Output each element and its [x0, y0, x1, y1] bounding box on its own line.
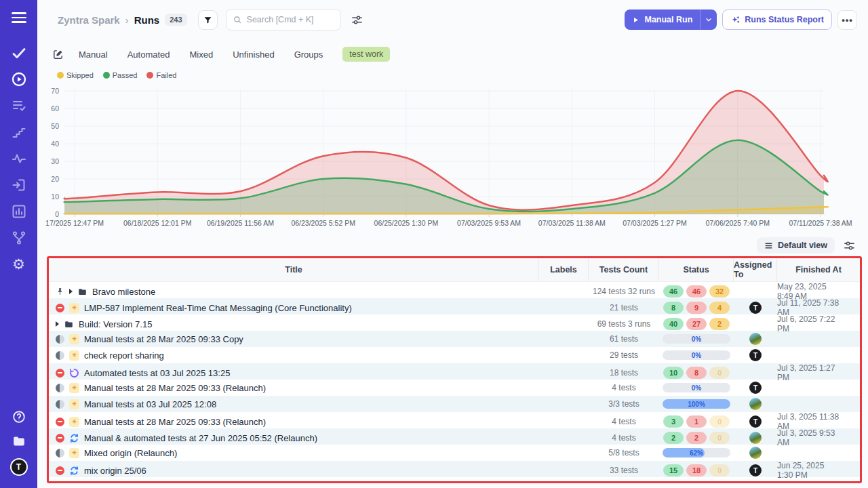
filter-button[interactable] [198, 10, 218, 30]
column-header-assigned-to[interactable]: Assigned To [734, 258, 777, 281]
check-icon [11, 45, 27, 61]
sidebar-item-library[interactable] [12, 434, 26, 449]
table-row[interactable]: ✳Manual tests at 28 Mar 2025 09:33 Copy6… [49, 331, 860, 347]
legend-label: Skipped [66, 71, 94, 79]
default-view-button[interactable]: Default view [757, 237, 835, 253]
mixed-origin-icon [69, 433, 79, 443]
sidebar-item-test-cases[interactable] [11, 98, 27, 114]
table-row[interactable]: ✳check report sharing29 tests0%T [49, 347, 860, 363]
assignee-avatar[interactable]: T [749, 349, 762, 361]
stopped-status-icon [56, 304, 64, 312]
assignee-avatar[interactable]: T [749, 382, 762, 394]
table-row[interactable]: Build: Version 7.1569 tests 3 runs40272J… [49, 314, 860, 331]
progress-label: 0% [663, 383, 730, 392]
bulk-select-icon[interactable] [52, 49, 64, 60]
assignee-avatar[interactable] [749, 333, 762, 345]
column-header-title[interactable]: Title [49, 258, 539, 281]
table-row[interactable]: Automated tests at 03 Jul 2025 13:2518 t… [49, 363, 860, 380]
tab-unfinished[interactable]: Unfinished [233, 49, 274, 60]
table-row[interactable]: ✳Manual tests at 03 Jul 2025 12:083/3 te… [49, 396, 860, 412]
sidebar-item-settings[interactable]: ⚙ [11, 256, 27, 272]
expand-caret-icon[interactable] [56, 321, 59, 327]
progress-label: 62% [663, 448, 730, 458]
passed-count-pill: 10 [663, 367, 684, 379]
column-header-tests-count[interactable]: Tests Count [589, 258, 659, 281]
manual-origin-icon: ✳ [69, 334, 79, 344]
sidebar-item-help[interactable] [12, 409, 26, 424]
sliders-icon[interactable] [351, 14, 363, 26]
tag-filter-pill[interactable]: test work [342, 47, 390, 62]
sidebar-item-integrations[interactable] [11, 230, 27, 246]
progress-bar: 62% [663, 448, 730, 458]
progress-bar: 0% [663, 383, 730, 392]
sidebar-item-runs[interactable] [11, 71, 27, 87]
runs-status-report-button[interactable]: Runs Status Report [722, 9, 832, 30]
help-icon [12, 409, 26, 424]
column-header-status[interactable]: Status [659, 258, 734, 281]
inbox-icon [11, 177, 27, 193]
table-header: TitleLabelsTests CountStatusAssigned ToF… [49, 258, 860, 282]
cell-title: ✳LMP-587 Implement Real-Time Chat Messag… [49, 303, 539, 313]
legend-item-skipped[interactable]: Skipped [57, 71, 94, 79]
expand-caret-icon[interactable] [69, 289, 73, 294]
in-progress-status-icon [56, 335, 64, 344]
manual-origin-icon: ✳ [69, 350, 79, 361]
run-title: mix origin 25/06 [84, 466, 146, 476]
tab-mixed[interactable]: Mixed [190, 49, 214, 60]
more-options-button[interactable]: ••• [837, 10, 857, 30]
table-row[interactable]: ✳Mixed origin (Relaunch)5/8 tests62% [49, 445, 860, 461]
table-settings-icon[interactable] [843, 239, 856, 252]
cell-title: Bravo milestone [49, 287, 539, 297]
cell-title: ✳Manual tests at 28 Mar 2025 09:33 (Rela… [49, 417, 539, 427]
table-row[interactable]: Manual & automated tests at 27 Jun 2025 … [49, 428, 860, 445]
funnel-icon [203, 15, 213, 25]
manual-run-label: Manual Run [644, 15, 692, 24]
progress-label: 0% [663, 334, 730, 344]
avatar-letter: T [12, 460, 26, 474]
cell-status: 0% [659, 334, 734, 344]
manual-run-button[interactable]: Manual Run [625, 9, 717, 30]
passed-count-pill: 46 [663, 285, 684, 298]
column-header-finished-at[interactable]: Finished At [777, 258, 860, 281]
tab-automated[interactable]: Automated [127, 49, 170, 60]
menu-button[interactable] [12, 9, 26, 26]
sidebar-item-check[interactable] [11, 45, 27, 61]
gear-icon: ⚙ [11, 256, 27, 272]
search-input[interactable]: Search [Cmd + K] [226, 9, 341, 30]
stopped-status-icon [56, 434, 64, 443]
cell-title: ✳Manual tests at 28 Mar 2025 09:33 Copy [49, 334, 539, 344]
table-row[interactable]: Bravo milestone124 tests 32 runs464632Ma… [49, 282, 860, 298]
pin-icon[interactable] [56, 287, 64, 296]
table-row[interactable]: mix origin 25/0633 tests15180TJun 25, 20… [49, 461, 860, 477]
manual-run-dropdown[interactable] [701, 9, 717, 30]
skipped-count-pill: 0 [709, 464, 730, 476]
table-row[interactable]: ✳Manual tests at 28 Mar 2025 09:33 (Rela… [49, 380, 860, 396]
sidebar-item-milestones[interactable] [11, 124, 27, 140]
tab-manual[interactable]: Manual [79, 49, 108, 60]
chart-legend: SkippedPassedFailed [57, 70, 868, 80]
assignee-avatar[interactable]: T [749, 464, 762, 476]
skipped-count-pill: 32 [709, 285, 730, 298]
breadcrumb-project[interactable]: Zyntra Spark [58, 14, 120, 26]
table-row[interactable]: ✳LMP-587 Implement Real-Time Chat Messag… [49, 298, 860, 314]
cell-status: 464632 [659, 285, 734, 298]
chart-icon [11, 203, 27, 220]
svg-text:70: 70 [51, 87, 59, 95]
assignee-avatar[interactable] [749, 398, 762, 410]
workspace-avatar[interactable]: T [10, 458, 28, 476]
svg-text:06/23/2025 5:52 PM: 06/23/2025 5:52 PM [291, 219, 355, 227]
sidebar-item-import[interactable] [11, 177, 27, 193]
column-header-labels[interactable]: Labels [539, 258, 589, 281]
tab-groups[interactable]: Groups [294, 49, 323, 60]
sidebar-item-reports[interactable] [11, 203, 27, 220]
legend-item-passed[interactable]: Passed [103, 71, 138, 79]
assignee-avatar[interactable]: T [749, 415, 762, 428]
assignee-avatar[interactable] [749, 432, 762, 444]
table-row[interactable]: ✳Manual tests at 28 Mar 2025 09:33 (Rela… [49, 412, 860, 428]
legend-item-failed[interactable]: Failed [146, 71, 176, 79]
failed-count-pill: 18 [686, 464, 707, 476]
assignee-avatar[interactable] [749, 447, 762, 459]
assignee-avatar[interactable]: T [749, 302, 762, 314]
cell-tests-count: 21 tests [589, 303, 659, 312]
sidebar-item-activity[interactable] [11, 150, 27, 167]
